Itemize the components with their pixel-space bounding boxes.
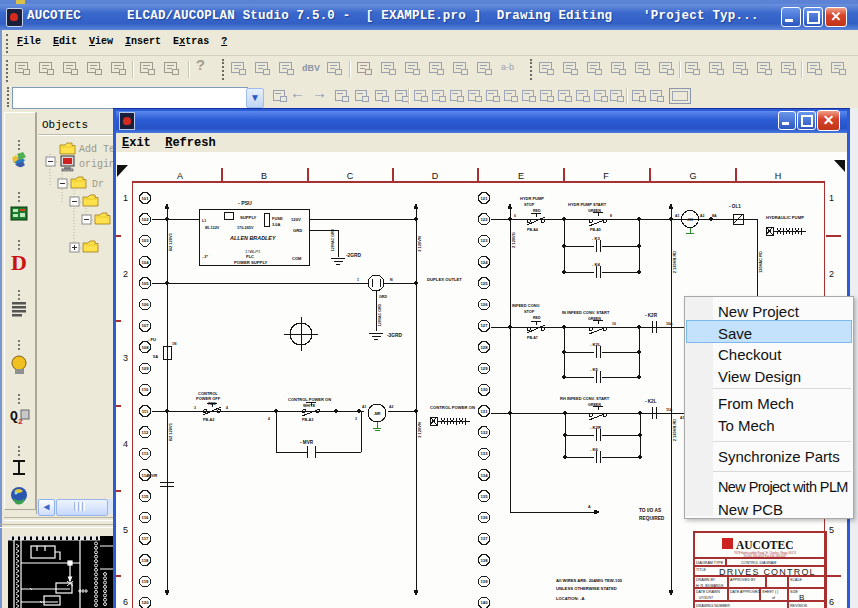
svg-text:DATE DRAWN: DATE DRAWN bbox=[696, 590, 720, 594]
svg-text:109: 109 bbox=[142, 366, 150, 371]
svg-text:- K2L: - K2L bbox=[590, 342, 601, 347]
svg-text:106: 106 bbox=[142, 302, 150, 307]
svg-text:All WIRES ARE: 20AWG TEW-105: All WIRES ARE: 20AWG TEW-105 bbox=[556, 578, 623, 583]
svg-text:- 2*: - 2* bbox=[202, 255, 208, 259]
svg-text:170-265V: 170-265V bbox=[237, 226, 254, 230]
svg-text:113: 113 bbox=[142, 451, 149, 456]
svg-text:2 120VN: 2 120VN bbox=[417, 422, 422, 438]
svg-text:-MR: -MR bbox=[373, 412, 380, 416]
svg-text:D: D bbox=[432, 171, 439, 181]
svg-text:POWER SUPPLY: POWER SUPPLY bbox=[234, 260, 268, 265]
svg-text:104: 104 bbox=[142, 260, 150, 265]
svg-text:3.0A: 3.0A bbox=[272, 222, 281, 227]
svg-text:2 120VB RD: 2 120VB RD bbox=[672, 251, 677, 274]
svg-text:PLC: PLC bbox=[246, 254, 254, 259]
svg-text:- K2R: - K2R bbox=[645, 313, 658, 318]
svg-text:8: 8 bbox=[610, 214, 612, 218]
svg-text:N: N bbox=[390, 278, 393, 282]
svg-text:REVISION: REVISION bbox=[790, 604, 808, 608]
svg-text:3: 3 bbox=[355, 417, 357, 421]
svg-text:125: 125 bbox=[481, 281, 489, 286]
svg-text:- K2R: - K2R bbox=[590, 425, 601, 430]
svg-text:A1: A1 bbox=[675, 214, 679, 218]
svg-text:102: 102 bbox=[142, 217, 150, 222]
svg-text:115: 115 bbox=[142, 494, 149, 499]
svg-text:138: 138 bbox=[481, 558, 489, 563]
svg-text:2 120VB RD: 2 120VB RD bbox=[672, 419, 677, 442]
svg-text:105: 105 bbox=[142, 281, 150, 286]
svg-text:RED: RED bbox=[533, 209, 541, 213]
svg-text:STOP: STOP bbox=[524, 310, 535, 314]
svg-text:4: 4 bbox=[268, 417, 270, 421]
svg-text:120V: 120V bbox=[291, 217, 301, 222]
svg-text:119: 119 bbox=[142, 579, 149, 584]
svg-text:- K4: - K4 bbox=[592, 262, 601, 267]
svg-text:UNLESS OTHERWISE STATED: UNLESS OTHERWISE STATED bbox=[556, 586, 617, 591]
svg-text:2 120VN: 2 120VN bbox=[417, 236, 422, 252]
svg-text:1: 1 bbox=[357, 278, 359, 282]
svg-text:-3GRD: -3GRD bbox=[387, 333, 402, 338]
svg-text:128: 128 bbox=[481, 345, 489, 350]
svg-text:- K3: - K3 bbox=[592, 236, 601, 241]
svg-text:DUPLEX OUTLET: DUPLEX OUTLET bbox=[427, 277, 462, 282]
svg-text:- FU: - FU bbox=[148, 337, 156, 342]
svg-text:GRD: GRD bbox=[293, 228, 302, 233]
svg-text:A2: A2 bbox=[700, 214, 704, 218]
svg-text:IN INFEED CONV. START: IN INFEED CONV. START bbox=[562, 310, 610, 315]
svg-text:127: 127 bbox=[481, 323, 489, 328]
svg-text:- K5: - K5 bbox=[590, 367, 599, 372]
svg-text:120VAC GRD: 120VAC GRD bbox=[378, 303, 382, 326]
svg-text:129: 129 bbox=[481, 366, 489, 371]
svg-text:Tel 630-584-0033 Fax 630-: Tel 630-584-0033 Fax 630-584-0037 bbox=[743, 554, 787, 558]
svg-text:140: 140 bbox=[481, 600, 489, 605]
svg-text:INFEED CONV.: INFEED CONV. bbox=[512, 303, 540, 308]
svg-text:B2 120V1: B2 120V1 bbox=[168, 232, 173, 251]
svg-text:SUPPLY: SUPPLY bbox=[240, 215, 257, 220]
svg-text:4: 4 bbox=[123, 439, 128, 449]
svg-text:1: 1 bbox=[123, 193, 128, 203]
svg-text:SHEET ( ): SHEET ( ) bbox=[762, 590, 778, 594]
svg-text:- PSU: - PSU bbox=[238, 200, 252, 206]
svg-text:Q: Q bbox=[10, 409, 18, 424]
svg-text:120: 120 bbox=[142, 600, 150, 605]
svg-text:2 120VG: 2 120VG bbox=[511, 232, 516, 248]
svg-text:GRD: GRD bbox=[379, 295, 387, 299]
svg-text:122: 122 bbox=[481, 217, 489, 222]
svg-text:134: 134 bbox=[481, 473, 489, 478]
svg-text:COM: COM bbox=[292, 256, 302, 261]
svg-text:112: 112 bbox=[142, 430, 149, 435]
svg-text:10A: 10A bbox=[666, 322, 673, 326]
svg-text:B2 120V1: B2 120V1 bbox=[168, 422, 173, 441]
svg-text:MVR: MVR bbox=[148, 473, 157, 478]
svg-text:DRAWING NUMBER: DRAWING NUMBER bbox=[696, 604, 730, 608]
svg-text:CONTROL DIAGRAM: CONTROL DIAGRAM bbox=[741, 561, 776, 565]
svg-text:CONTROL POWER ON: CONTROL POWER ON bbox=[430, 405, 475, 410]
svg-text:85-132V: 85-132V bbox=[205, 226, 220, 230]
svg-text:6: 6 bbox=[123, 597, 128, 607]
svg-text:126: 126 bbox=[481, 302, 489, 307]
svg-text:L1: L1 bbox=[202, 219, 206, 223]
svg-text:137: 137 bbox=[481, 536, 489, 541]
svg-text:1N: 1N bbox=[172, 342, 177, 346]
svg-text:E: E bbox=[518, 171, 524, 181]
svg-text:121: 121 bbox=[481, 196, 489, 201]
svg-text:-2GRD: -2GRD bbox=[346, 253, 361, 258]
svg-text:TITLE: TITLE bbox=[696, 568, 706, 572]
svg-text:108: 108 bbox=[142, 345, 150, 350]
svg-text:A1: A1 bbox=[362, 405, 366, 409]
svg-text:origin: origin bbox=[79, 159, 113, 170]
svg-text:DATE APPROVED: DATE APPROVED bbox=[730, 590, 760, 594]
svg-text:2: 2 bbox=[123, 269, 128, 279]
svg-text:103: 103 bbox=[142, 238, 150, 243]
svg-text:CONTROL POWER ON: CONTROL POWER ON bbox=[288, 397, 331, 402]
svg-text:2: 2 bbox=[829, 269, 834, 279]
svg-text:110: 110 bbox=[142, 387, 149, 392]
svg-text:STOP: STOP bbox=[524, 203, 535, 207]
svg-text:111: 111 bbox=[142, 409, 149, 414]
svg-text:3: 3 bbox=[194, 406, 196, 410]
svg-text:- OL1: - OL1 bbox=[729, 204, 741, 209]
svg-text:DIAGRAM TYPE: DIAGRAM TYPE bbox=[696, 561, 724, 565]
svg-text:POWER OFF: POWER OFF bbox=[196, 396, 221, 401]
svg-text:HYDRAULIC PUMP: HYDRAULIC PUMP bbox=[766, 215, 804, 220]
svg-text:116: 116 bbox=[142, 515, 149, 520]
